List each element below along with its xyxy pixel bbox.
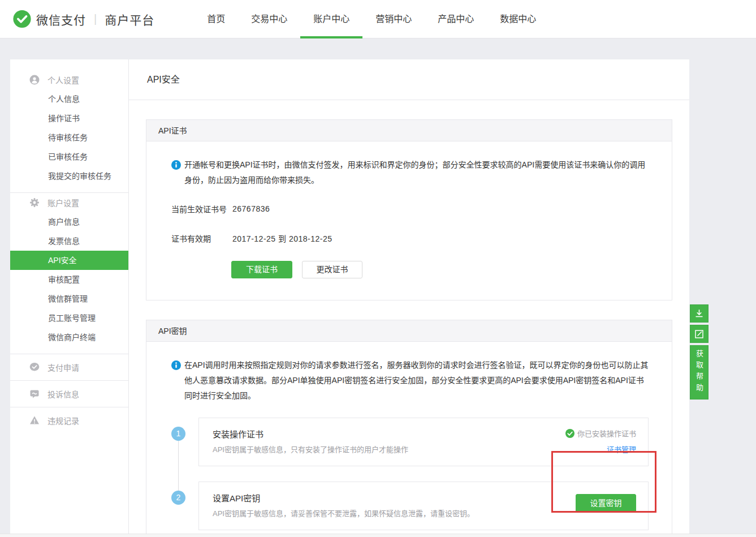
sidebar-heading-label: 投诉信息 <box>47 388 79 399</box>
sidebar: 个人设置 个人信息 操作证书 待审核任务 已审核任务 我提交的审核任务 <box>10 59 129 534</box>
sidebar-item-personal-info[interactable]: 个人信息 <box>10 89 128 109</box>
wechat-pay-logo-icon <box>12 10 32 29</box>
sidebar-item-pending-review[interactable]: 待审核任务 <box>10 128 128 147</box>
api-key-steps: 1 安装操作证书 API密钥属于敏感信息，只有安装了操作证书的用户才能操作 <box>171 418 649 530</box>
step-2-desc: API密钥属于敏感信息，请妥善保管不要泄露，如果怀疑信息泄露，请重设密钥。 <box>213 508 576 518</box>
sidebar-heading-complaints[interactable]: 投诉信息 <box>10 384 128 403</box>
nav-marketing-center[interactable]: 营销中心 <box>362 0 425 38</box>
step-1-title: 安装操作证书 <box>213 428 565 440</box>
content-container: 个人设置 个人信息 操作证书 待审核任务 已审核任务 我提交的审核任务 <box>10 59 689 534</box>
sidebar-item-my-submitted-review[interactable]: 我提交的审核任务 <box>10 166 128 186</box>
nav-home[interactable]: 首页 <box>194 0 238 38</box>
nav-account-center[interactable]: 账户中心 <box>300 0 362 38</box>
cert-installed-text: 你已安装操作证书 <box>577 428 636 439</box>
download-cert-button[interactable]: 下载证书 <box>231 261 292 278</box>
api-key-info: 在API调用时用来按照指定规则对你的请求参数进行签名，服务器收到你的请求时会进行… <box>171 358 649 403</box>
api-cert-info: 开通帐号和更换API证书时，由微信支付签发，用来标识和界定你的身份；部分安全性要… <box>171 157 649 188</box>
cert-manage-link[interactable]: 证书管理 <box>607 444 636 454</box>
sidebar-item-wechat-group-mgmt[interactable]: 微信群管理 <box>10 289 128 308</box>
sidebar-item-wechat-merchant-terminal[interactable]: 微信商户终端 <box>10 328 128 347</box>
info-icon <box>171 360 181 370</box>
sidebar-heading-label: 账户设置 <box>47 197 79 208</box>
step-2-title: 设置API密钥 <box>213 492 576 504</box>
sidebar-heading-label: 支付申请 <box>47 362 79 373</box>
cert-validity-value: 2017-12-25 到 2018-12-25 <box>232 233 332 244</box>
sidebar-item-staff-account-mgmt[interactable]: 员工账号管理 <box>10 308 128 328</box>
sidebar-heading-violations[interactable]: 违规记录 <box>10 411 128 430</box>
sidebar-heading-label: 违规记录 <box>47 415 79 426</box>
cert-number-row: 当前生效证书号 26767836 <box>171 203 649 214</box>
step-1-desc: API密钥属于敏感信息，只有安装了操作证书的用户才能操作 <box>213 444 565 454</box>
warning-icon <box>29 415 40 426</box>
sidebar-item-merchant-info[interactable]: 商户信息 <box>10 212 128 231</box>
comment-icon <box>29 389 40 399</box>
sidebar-section-account: 账户设置 商户信息 发票信息 API安全 审核配置 微信群管理 员工账号管理 微… <box>10 193 128 354</box>
page-title: API安全 <box>129 59 689 100</box>
sidebar-item-invoice-info[interactable]: 发票信息 <box>10 231 128 251</box>
sidebar-section-payment-apply: 支付申请 <box>10 354 128 381</box>
download-icon <box>694 309 704 319</box>
sidebar-item-api-security[interactable]: API安全 <box>10 251 128 270</box>
wechat-icon <box>29 362 40 372</box>
main-panel: API安全 API证书 开通帐号和更换API证书时，由微信支付签发，用来标识和界… <box>129 59 689 534</box>
step-install-cert: 1 安装操作证书 API密钥属于敏感信息，只有安装了操作证书的用户才能操作 <box>171 418 649 466</box>
person-icon <box>29 75 40 85</box>
nav-product-center[interactable]: 产品中心 <box>425 0 487 38</box>
api-key-card-title: API密钥 <box>146 320 672 342</box>
step-1-badge: 1 <box>171 427 185 441</box>
check-success-icon <box>565 429 574 438</box>
set-api-key-button[interactable]: 设置密钥 <box>576 494 636 513</box>
gear-icon <box>29 197 40 208</box>
sidebar-item-review-config[interactable]: 审核配置 <box>10 270 128 289</box>
step-1-box: 安装操作证书 API密钥属于敏感信息，只有安装了操作证书的用户才能操作 <box>198 418 649 466</box>
api-cert-card: API证书 开通帐号和更换API证书时，由微信支付签发，用来标识和界定你的身份；… <box>146 119 672 300</box>
sidebar-item-reviewed[interactable]: 已审核任务 <box>10 147 128 166</box>
api-key-card: API密钥 在API调用时用来按照指定规则对你的请求参数进行签名，服务器收到你的… <box>146 320 672 534</box>
cert-validity-row: 证书有效期 2017-12-25 到 2018-12-25 <box>171 233 649 244</box>
info-icon <box>171 160 181 170</box>
download-help-button[interactable] <box>690 304 709 323</box>
change-cert-button[interactable]: 更改证书 <box>302 261 362 278</box>
step-set-api-key: 2 设置API密钥 API密钥属于敏感信息，请妥善保管不要泄露，如果怀疑信息泄露… <box>171 482 649 530</box>
api-cert-info-text: 开通帐号和更换API证书时，由微信支付签发，用来标识和界定你的身份；部分安全性要… <box>184 157 649 188</box>
top-header: 微信支付 | 商户平台 首页 交易中心 账户中心 营销中心 产品中心 数据中心 <box>0 0 756 38</box>
feedback-help-button[interactable] <box>690 325 709 343</box>
step-2-badge: 2 <box>171 491 185 505</box>
brand-separator: | <box>94 12 97 25</box>
help-widget: 获取帮助 <box>690 304 709 402</box>
sidebar-heading-label: 个人设置 <box>47 74 79 85</box>
sidebar-item-operation-cert[interactable]: 操作证书 <box>10 109 128 128</box>
get-help-label: 获取帮助 <box>694 350 705 395</box>
sidebar-section-personal: 个人设置 个人信息 操作证书 待审核任务 已审核任务 我提交的审核任务 <box>10 70 128 193</box>
cert-number-label: 当前生效证书号 <box>171 203 232 214</box>
get-help-button[interactable]: 获取帮助 <box>690 345 709 399</box>
sidebar-section-complaints: 投诉信息 <box>10 381 128 407</box>
sidebar-heading-account-settings: 账户设置 <box>10 193 128 212</box>
horizontal-scrollbar[interactable] <box>0 534 756 537</box>
step-2-box: 设置API密钥 API密钥属于敏感信息，请妥善保管不要泄露，如果怀疑信息泄露，请… <box>198 482 649 530</box>
brand: 微信支付 | 商户平台 <box>12 10 154 29</box>
nav-data-center[interactable]: 数据中心 <box>487 0 549 38</box>
api-key-info-text: 在API调用时用来按照指定规则对你的请求参数进行签名，服务器收到你的请求时会进行… <box>184 358 649 403</box>
cert-installed-status: 你已安装操作证书 <box>565 428 636 439</box>
nav-transaction-center[interactable]: 交易中心 <box>238 0 300 38</box>
edit-icon <box>694 329 704 339</box>
sidebar-heading-payment-apply[interactable]: 支付申请 <box>10 358 128 377</box>
sidebar-heading-personal-settings: 个人设置 <box>10 70 128 89</box>
sidebar-section-violations: 违规记录 <box>10 407 128 433</box>
cert-validity-label: 证书有效期 <box>171 233 232 244</box>
brand-product: 商户平台 <box>105 11 154 28</box>
brand-name: 微信支付 <box>36 11 86 28</box>
cert-number-value: 26767836 <box>232 204 270 213</box>
main-nav: 首页 交易中心 账户中心 营销中心 产品中心 数据中心 <box>194 0 549 38</box>
api-cert-card-title: API证书 <box>146 120 672 141</box>
